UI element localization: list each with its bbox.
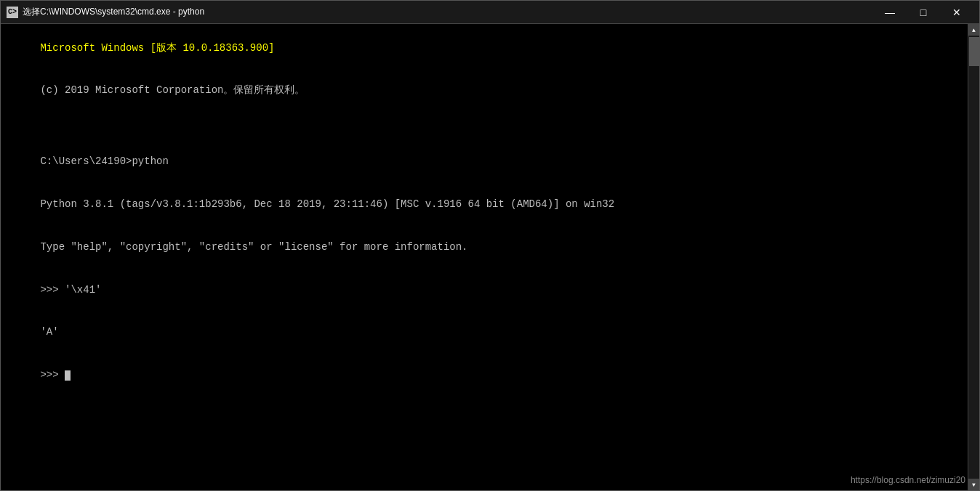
scrollbar-thumb[interactable] xyxy=(969,37,979,66)
scroll-down-arrow[interactable]: ▼ xyxy=(968,479,980,490)
cmd-window: C> 选择C:\WINDOWS\system32\cmd.exe - pytho… xyxy=(0,0,980,491)
maximize-button[interactable]: □ xyxy=(907,1,940,24)
terminal-output[interactable]: Microsoft Windows [版本 10.0.18363.900] (c… xyxy=(1,24,968,490)
line-windows-version: Microsoft Windows [版本 10.0.18363.900] xyxy=(40,42,274,54)
line-input-x41: >>> '\x41' xyxy=(40,284,101,296)
line-prompt-python: C:\Users\24190>python xyxy=(40,155,168,167)
close-button[interactable]: ✕ xyxy=(940,1,973,24)
line-prompt-cursor: >>> xyxy=(40,369,71,381)
scrollbar[interactable]: ▲ ▼ xyxy=(968,24,979,490)
watermark: https://blog.csdn.net/zimuzi20 xyxy=(851,475,965,485)
line-python-version: Python 3.8.1 (tags/v3.8.1:1b293b6, Dec 1… xyxy=(40,198,614,210)
minimize-button[interactable]: — xyxy=(873,1,907,24)
line-copyright: (c) 2019 Microsoft Corporation。保留所有权利。 xyxy=(40,84,305,96)
terminal-cursor xyxy=(65,370,71,381)
content-area: Microsoft Windows [版本 10.0.18363.900] (c… xyxy=(1,24,979,490)
scroll-up-arrow[interactable]: ▲ xyxy=(968,24,980,36)
window-controls: — □ ✕ xyxy=(873,1,973,24)
title-bar-text: 选择C:\WINDOWS\system32\cmd.exe - python xyxy=(23,6,873,18)
app-icon: C> xyxy=(7,7,18,18)
title-bar: C> 选择C:\WINDOWS\system32\cmd.exe - pytho… xyxy=(1,1,979,24)
line-python-help: Type "help", "copyright", "credits" or "… xyxy=(40,241,467,253)
line-output-a: 'A' xyxy=(40,326,58,338)
scrollbar-track[interactable] xyxy=(968,36,979,479)
